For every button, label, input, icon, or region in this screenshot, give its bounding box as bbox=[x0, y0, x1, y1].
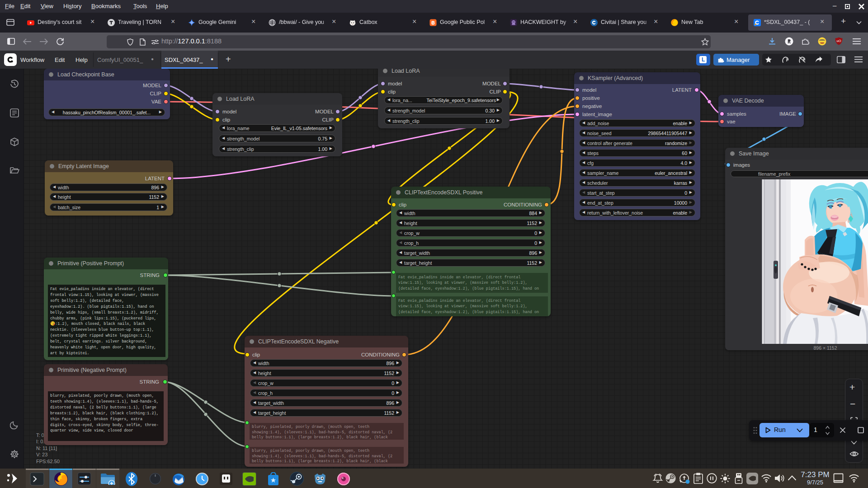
svg-text:uO: uO bbox=[836, 39, 841, 43]
